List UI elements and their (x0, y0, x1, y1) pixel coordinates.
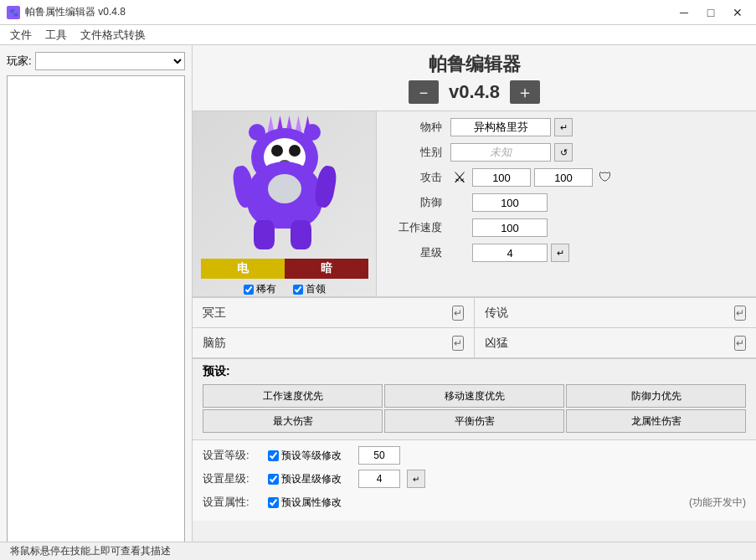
version-text: v0.4.8 (449, 81, 500, 103)
species-btn[interactable]: ↵ (554, 118, 573, 136)
level-input[interactable] (358, 446, 400, 465)
skill-btn-0[interactable]: ↵ (452, 306, 464, 321)
preset-movespeed[interactable]: 移动速度优先 (384, 384, 564, 408)
level-checkbox-item[interactable]: 预设等级修改 (268, 449, 352, 463)
skill-name-3: 凶猛 (485, 336, 508, 351)
shield-icon: 🛡 (596, 168, 615, 187)
skill-btn-1[interactable]: ↵ (734, 306, 746, 321)
preset-dragon[interactable]: 龙属性伤害 (566, 409, 746, 433)
starlevel-row: 星级 ↵ (383, 242, 749, 264)
pal-list[interactable] (7, 75, 185, 553)
attack-row: 攻击 ⚔ 🛡 (383, 167, 749, 188)
attack-label: 攻击 (383, 170, 450, 185)
species-label: 物种 (383, 120, 450, 135)
menu-tools[interactable]: 工具 (39, 26, 74, 44)
editor-header: 帕鲁编辑器 － v0.4.8 ＋ (193, 45, 756, 111)
top-section: 电 暗 稀有 首领 (193, 111, 756, 297)
workspeed-label: 工作速度 (383, 220, 450, 235)
pal-eye-right (287, 143, 302, 158)
starlevel-label: 星级 (383, 245, 450, 260)
type-setting-row: 设置属性: 预设属性修改 (功能开发中) (203, 492, 746, 512)
type-checkbox-label: 预设属性修改 (281, 496, 342, 510)
type-setting-note: (功能开发中) (689, 496, 746, 510)
pal-arm-right (312, 164, 337, 208)
skill-btn-3[interactable]: ↵ (734, 336, 746, 351)
version-row: － v0.4.8 ＋ (206, 80, 743, 104)
star-setting-row: 设置星级: 预设星级修改 ↵ (203, 469, 746, 489)
gender-row: 性别 ↺ (383, 141, 749, 163)
workspeed-value-area (450, 218, 749, 237)
star-setting-input[interactable] (358, 470, 400, 488)
gender-btn[interactable]: ↺ (554, 143, 573, 162)
skill-btn-2[interactable]: ↵ (452, 336, 464, 351)
skill-cell-1: 传说 ↵ (475, 298, 757, 328)
star-checkbox-item[interactable]: 预设星级修改 (268, 472, 352, 486)
close-button[interactable]: ✕ (726, 3, 749, 22)
presets-label: 预设: (203, 364, 746, 379)
level-checkbox[interactable] (268, 450, 279, 461)
type-badges: 电 暗 (201, 259, 368, 279)
maximize-button[interactable]: □ (699, 3, 723, 22)
window-controls: ─ □ ✕ (672, 3, 749, 22)
attack-input1[interactable] (472, 168, 531, 187)
star-setting-btn[interactable]: ↵ (407, 470, 425, 488)
presets-section: 预设: 工作速度优先 移动速度优先 防御力优先 最大伤害 平衡伤害 龙属性伤害 (193, 359, 756, 439)
species-input[interactable] (450, 118, 551, 136)
star-checkbox-label: 预设星级修改 (281, 472, 342, 486)
starlevel-btn[interactable]: ↵ (551, 244, 569, 262)
level-setting-row: 设置等级: 预设等级修改 (203, 445, 746, 465)
sword-icon: ⚔ (450, 168, 469, 187)
gender-input[interactable] (450, 143, 551, 162)
player-label: 玩家: (7, 54, 32, 69)
workspeed-row: 工作速度 (383, 217, 749, 239)
player-select[interactable] (35, 52, 185, 70)
settings-section: 设置等级: 预设等级修改 设置星级: 预设星级修改 ↵ 设置属性: (193, 439, 756, 521)
menu-file[interactable]: 文件 (3, 26, 39, 44)
minimize-button[interactable]: ─ (672, 3, 696, 22)
level-setting-label: 设置等级: (203, 448, 261, 463)
type-checkbox-item[interactable]: 预设属性修改 (268, 496, 352, 510)
skill-name-1: 传说 (485, 306, 508, 321)
level-checkbox-label: 预设等级修改 (281, 449, 342, 463)
star-checkbox[interactable] (268, 474, 279, 485)
pal-eye-left (270, 143, 285, 158)
starlevel-input[interactable] (472, 244, 548, 262)
preset-defense[interactable]: 防御力优先 (566, 384, 746, 408)
preset-balanced[interactable]: 平衡伤害 (384, 409, 564, 433)
boss-checkbox[interactable] (293, 285, 303, 295)
app-title: 帕鲁属性编辑器 v0.4.8 (25, 5, 126, 19)
minus-button[interactable]: － (409, 80, 439, 104)
pal-character (230, 120, 339, 254)
skill-cell-0: 冥王 ↵ (193, 298, 475, 328)
title-bar: 🐾 帕鲁属性编辑器 v0.4.8 ─ □ ✕ (0, 0, 756, 25)
boss-checkbox-item[interactable]: 首领 (293, 282, 326, 296)
skill-cell-3: 凶猛 ↵ (475, 328, 757, 358)
menu-format[interactable]: 文件格式转换 (74, 26, 152, 44)
pal-arm-left (230, 164, 255, 208)
type-setting-label: 设置属性: (203, 495, 261, 510)
pal-leg-right (291, 220, 311, 249)
editor-title: 帕鲁编辑器 (206, 52, 743, 77)
gender-label: 性别 (383, 145, 450, 160)
star-setting-label: 设置星级: (203, 471, 261, 486)
defense-row: 防御 (383, 192, 749, 213)
pal-belly (268, 174, 301, 203)
sidebar: 玩家: (0, 45, 193, 560)
preset-workspeed[interactable]: 工作速度优先 (203, 384, 383, 408)
rare-checkbox-item[interactable]: 稀有 (244, 282, 276, 296)
plus-button[interactable]: ＋ (510, 80, 540, 104)
defense-input[interactable] (472, 193, 548, 212)
pal-leg-left (254, 220, 275, 249)
preset-maxdmg[interactable]: 最大伤害 (203, 409, 383, 433)
defense-label: 防御 (383, 195, 450, 210)
workspeed-input[interactable] (472, 218, 548, 237)
status-text: 将鼠标悬停在技能上即可查看其描述 (10, 544, 171, 558)
checkbox-row: 稀有 首领 (244, 282, 326, 296)
species-value-area: ↵ (450, 118, 749, 136)
presets-row2: 最大伤害 平衡伤害 龙属性伤害 (203, 409, 746, 433)
species-row: 物种 ↵ (383, 116, 749, 138)
player-row: 玩家: (7, 52, 185, 70)
rare-checkbox[interactable] (244, 285, 254, 295)
attack-input2[interactable] (534, 168, 593, 187)
type-checkbox[interactable] (268, 497, 279, 508)
